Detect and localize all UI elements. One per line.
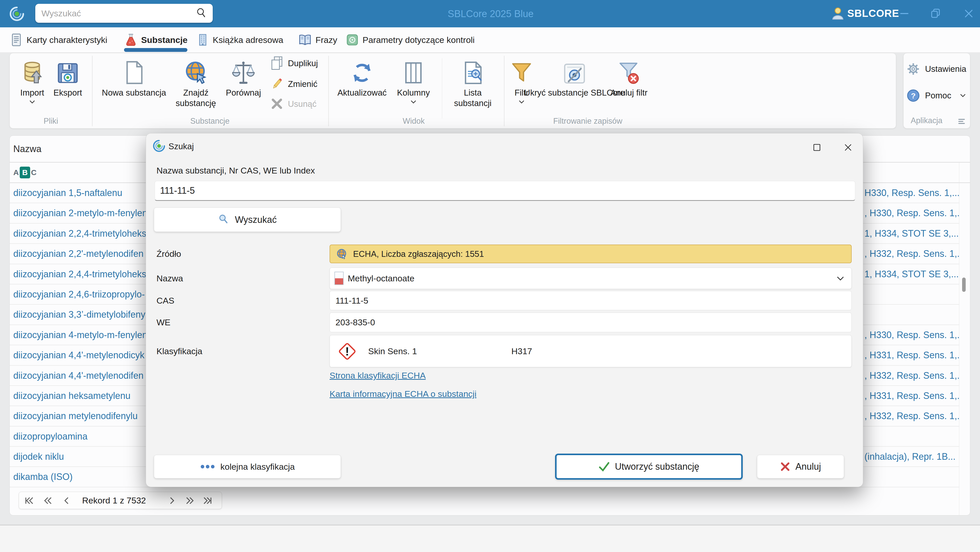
- svg-text:?: ?: [911, 92, 916, 100]
- fast-next-button[interactable]: [185, 495, 195, 506]
- settings-button[interactable]: Ustawienia: [906, 62, 966, 76]
- source-field[interactable]: ECHA, Liczba zgłaszających: 1551: [329, 244, 852, 263]
- delete-button[interactable]: Usunąć: [270, 95, 317, 112]
- cas-label: CAS: [156, 291, 264, 310]
- svg-text:!: !: [345, 345, 349, 358]
- button-label: kolejna klasyfikacja: [220, 462, 295, 472]
- text-filter-icon: ABC: [13, 167, 37, 178]
- row-classification: , H332, Resp. Sens. 1,...: [864, 244, 959, 264]
- dialog-search-button[interactable]: Wyszukać: [154, 208, 341, 232]
- flag-pl-icon: [334, 272, 344, 285]
- chevron-down-icon: [837, 276, 844, 281]
- group-separator: [504, 56, 504, 126]
- ribbon-toolbar: Import Eksport Pliki: [10, 53, 896, 128]
- tab-karty-charakterystyki[interactable]: Karty charakterystyki: [10, 27, 107, 52]
- row-classification: , H332, Resp. Sens. 1,...: [864, 366, 959, 386]
- app-logo-icon: [9, 6, 25, 21]
- row-classification: , H332, Resp. Sens. 1,...: [864, 406, 959, 426]
- application-group-panel: Ustawienia ? Pomoc Aplikacja: [903, 53, 970, 128]
- ribbon-group-label: Aplikacja: [911, 116, 942, 125]
- floppy-export-icon: [56, 56, 80, 85]
- another-classification-button[interactable]: kolejna klasyfikacja: [154, 455, 341, 478]
- flask-icon: [125, 33, 137, 47]
- minimize-button[interactable]: [896, 6, 913, 21]
- tab-label: Książka adresowa: [213, 35, 283, 45]
- fast-previous-button[interactable]: [43, 495, 53, 506]
- button-label: Lista substancji: [446, 87, 500, 108]
- substance-search-input[interactable]: [155, 181, 855, 201]
- echa-classification-link[interactable]: Strona klasyfikacji ECHA: [329, 371, 426, 381]
- name-dropdown[interactable]: Methyl-octanoate: [329, 268, 852, 289]
- row-classification: , H331, Resp. Sens. 1,...: [864, 386, 959, 406]
- import-button[interactable]: Import: [12, 56, 52, 104]
- cancel-filter-button[interactable]: Anuluj filtr: [607, 56, 651, 98]
- help-icon: ?: [906, 89, 920, 103]
- classification-field[interactable]: ! Skin Sens. 1 H317: [329, 335, 852, 367]
- database-import-icon: [20, 56, 45, 85]
- compare-button[interactable]: Porównaj: [215, 56, 272, 98]
- button-label: Nowa substancja: [102, 87, 166, 98]
- chevron-down-icon: [410, 100, 417, 104]
- ribbon-group-label: Pliki: [25, 117, 76, 126]
- duplicate-button[interactable]: Duplikuj: [270, 55, 318, 71]
- columns-button[interactable]: Kolumny: [384, 56, 443, 104]
- tab-frazy[interactable]: Frazy: [299, 27, 337, 52]
- create-substance-button[interactable]: Utworzyć substancję: [555, 454, 743, 480]
- button-label: Aktualizować: [337, 87, 387, 98]
- last-record-button[interactable]: [202, 495, 213, 506]
- check-icon: [598, 462, 610, 472]
- chevron-down-icon: [959, 94, 966, 98]
- name-label: Nazwa: [156, 268, 264, 289]
- blank-page-icon: [123, 56, 145, 85]
- tab-ksiazka-adresowa[interactable]: Książka adresowa: [197, 27, 283, 52]
- next-record-button[interactable]: [167, 495, 177, 506]
- button-label: Import: [20, 87, 44, 98]
- source-value: ECHA, Liczba zgłaszających: 1551: [353, 249, 484, 259]
- dialog-close-button[interactable]: [844, 143, 853, 152]
- substance-list-button[interactable]: Lista substancji: [446, 56, 500, 108]
- vertical-scrollbar-thumb[interactable]: [962, 278, 966, 292]
- restore-button[interactable]: [927, 6, 945, 21]
- tab-label: Substancje: [141, 35, 188, 45]
- classification-code: H317: [511, 335, 532, 367]
- tab-parametry-dotyczace-kontroli[interactable]: Parametry dotyczące kontroli: [346, 27, 474, 52]
- account-name[interactable]: SBLCORE: [847, 8, 899, 19]
- user-icon[interactable]: [830, 6, 845, 21]
- button-label: Pomoc: [925, 91, 951, 100]
- search-icon[interactable]: [196, 7, 208, 19]
- pencil-icon: [270, 76, 284, 92]
- close-button[interactable]: [960, 6, 978, 21]
- row-classification: [864, 305, 959, 325]
- button-label: Wyszukać: [235, 214, 277, 225]
- cas-field[interactable]: 111-11-5: [329, 291, 852, 310]
- export-button[interactable]: Eksport: [47, 56, 88, 98]
- refresh-button[interactable]: Aktualizować: [331, 56, 393, 98]
- globe-search-icon: [184, 56, 208, 85]
- name-value: Methyl-octanoate: [348, 273, 414, 283]
- tab-label: Parametry dotyczące kontroli: [363, 35, 474, 45]
- cancel-button[interactable]: Anuluj: [757, 455, 844, 478]
- help-button[interactable]: ? Pomoc: [906, 89, 966, 103]
- button-label: Usunąć: [288, 98, 317, 109]
- window-title: SBLCore 2025 Blue: [448, 8, 534, 19]
- global-search-input[interactable]: [35, 8, 196, 18]
- previous-record-button[interactable]: [62, 495, 72, 506]
- record-pager: Rekord 1 z 7532: [19, 492, 222, 509]
- cas-value: 111-11-5: [336, 296, 368, 306]
- list-search-icon: [461, 56, 484, 85]
- ribbon-tab-bar: Karty charakterystyki Substancje: [0, 27, 980, 52]
- edit-button[interactable]: Zmienić: [270, 76, 318, 92]
- group-options-icon[interactable]: [958, 118, 966, 125]
- chevron-down-icon: [29, 100, 35, 104]
- refresh-icon: [350, 56, 374, 85]
- row-classification: 1, H334, STOT SE 3,...: [864, 224, 959, 244]
- we-field[interactable]: 203-835-0: [329, 312, 852, 332]
- ghs07-pictogram-icon: !: [336, 339, 359, 363]
- row-classification: [864, 427, 959, 447]
- status-bar: [0, 525, 980, 552]
- dialog-maximize-button[interactable]: [813, 143, 821, 152]
- echa-infocard-link[interactable]: Karta informacyjna ECHA o substancji: [329, 389, 476, 399]
- record-counter: Rekord 1 z 7532: [82, 492, 146, 509]
- button-label: Anuluj filtr: [611, 87, 648, 98]
- first-record-button[interactable]: [24, 495, 34, 506]
